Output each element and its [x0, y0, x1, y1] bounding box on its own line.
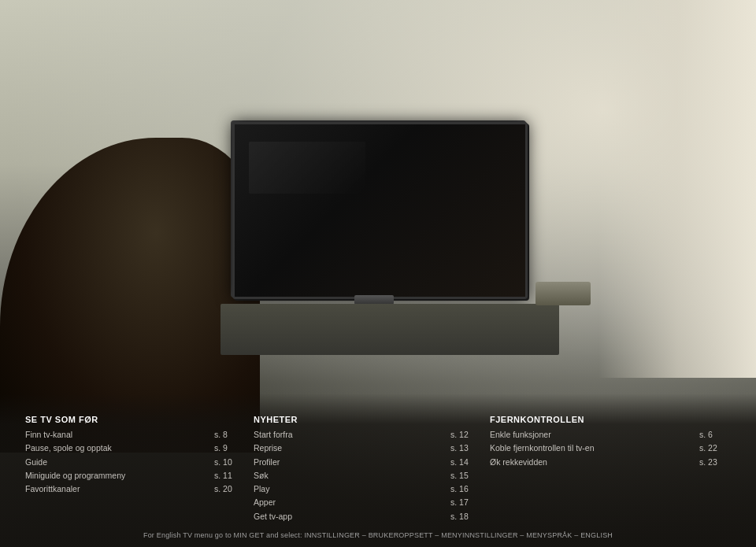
col1-item-3: Miniguide og programmeny s. 11 — [25, 469, 246, 482]
col2-item-label-2: Profiler — [254, 456, 450, 468]
col2-item-label-4: Play — [254, 482, 450, 495]
col2-item-page-0: s. 12 — [450, 428, 482, 441]
col2-item-5: Apper s. 17 — [254, 496, 482, 508]
col3-item-1: Koble fjernkontrollen til tv-en s. 22 — [490, 442, 731, 454]
column-fjernkontrollen: FJERNKONTROLLEN Enkle funksjoner s. 6 Ko… — [482, 415, 731, 523]
col1-item-0: Finn tv-kanal s. 8 — [25, 428, 246, 441]
col1-item-page-2: s. 10 — [214, 456, 246, 468]
col2-header: NYHETER — [254, 415, 482, 424]
col1-item-1: Pause, spole og opptak s. 9 — [25, 442, 246, 454]
col2-item-2: Profiler s. 14 — [254, 456, 482, 468]
col2-items: Start forfra s. 12 Reprise s. 13 Profile… — [254, 428, 482, 523]
col3-item-0: Enkle funksjoner s. 6 — [490, 428, 731, 441]
col1-item-4: Favorittkanaler s. 20 — [25, 482, 246, 495]
tv-unit — [220, 304, 559, 355]
col1-item-label-2: Guide — [25, 456, 214, 468]
tv-screen-inner — [235, 124, 525, 297]
content-area: SE TV SOM FØR Finn tv-kanal s. 8 Pause, … — [0, 397, 756, 547]
col2-item-4: Play s. 16 — [254, 482, 482, 495]
col3-item-page-2: s. 23 — [699, 456, 731, 468]
col2-item-page-6: s. 18 — [450, 510, 482, 523]
columns-wrapper: SE TV SOM FØR Finn tv-kanal s. 8 Pause, … — [25, 415, 731, 523]
tv-reflection — [249, 142, 365, 194]
curtain-right — [598, 0, 756, 378]
col1-item-page-1: s. 9 — [214, 442, 246, 454]
set-top-box — [536, 282, 591, 305]
col2-item-label-0: Start forfra — [254, 428, 450, 441]
col3-item-page-0: s. 6 — [699, 428, 731, 441]
col3-item-label-1: Koble fjernkontrollen til tv-en — [490, 442, 699, 454]
col1-item-label-3: Miniguide og programmeny — [25, 469, 214, 482]
col3-item-label-2: Øk rekkevidden — [490, 456, 699, 468]
tv-screen — [232, 122, 528, 299]
footer-note: For English TV menu go to MIN GET and se… — [0, 531, 756, 539]
col1-item-page-0: s. 8 — [214, 428, 246, 441]
col2-item-1: Reprise s. 13 — [254, 442, 482, 454]
col2-item-page-2: s. 14 — [450, 456, 482, 468]
col3-items: Enkle funksjoner s. 6 Koble fjernkontrol… — [490, 428, 731, 468]
col2-item-page-3: s. 15 — [450, 469, 482, 482]
col2-item-label-3: Søk — [254, 469, 450, 482]
col1-item-page-4: s. 20 — [214, 482, 246, 495]
col1-items: Finn tv-kanal s. 8 Pause, spole og oppta… — [25, 428, 246, 495]
col3-item-2: Øk rekkevidden s. 23 — [490, 456, 731, 468]
col1-item-label-0: Finn tv-kanal — [25, 428, 214, 441]
page-wrapper: SE TV SOM FØR Finn tv-kanal s. 8 Pause, … — [0, 0, 756, 547]
col1-header: SE TV SOM FØR — [25, 415, 246, 424]
col2-item-page-4: s. 16 — [450, 482, 482, 495]
col2-item-6: Get tv-app s. 18 — [254, 510, 482, 523]
col3-item-label-0: Enkle funksjoner — [490, 428, 699, 441]
col2-item-3: Søk s. 15 — [254, 469, 482, 482]
col3-header: FJERNKONTROLLEN — [490, 415, 731, 424]
col3-item-page-1: s. 22 — [699, 442, 731, 454]
col1-item-page-3: s. 11 — [214, 469, 246, 482]
col2-item-label-6: Get tv-app — [254, 510, 450, 523]
column-nyheter: NYHETER Start forfra s. 12 Reprise s. 13… — [246, 415, 482, 523]
col1-item-label-4: Favorittkanaler — [25, 482, 214, 495]
col2-item-0: Start forfra s. 12 — [254, 428, 482, 441]
col2-item-label-5: Apper — [254, 496, 450, 508]
col2-item-label-1: Reprise — [254, 442, 450, 454]
col2-item-page-1: s. 13 — [450, 442, 482, 454]
col1-item-2: Guide s. 10 — [25, 456, 246, 468]
col2-item-page-5: s. 17 — [450, 496, 482, 508]
col1-item-label-1: Pause, spole og opptak — [25, 442, 214, 454]
column-se-tv-som-for: SE TV SOM FØR Finn tv-kanal s. 8 Pause, … — [25, 415, 246, 523]
